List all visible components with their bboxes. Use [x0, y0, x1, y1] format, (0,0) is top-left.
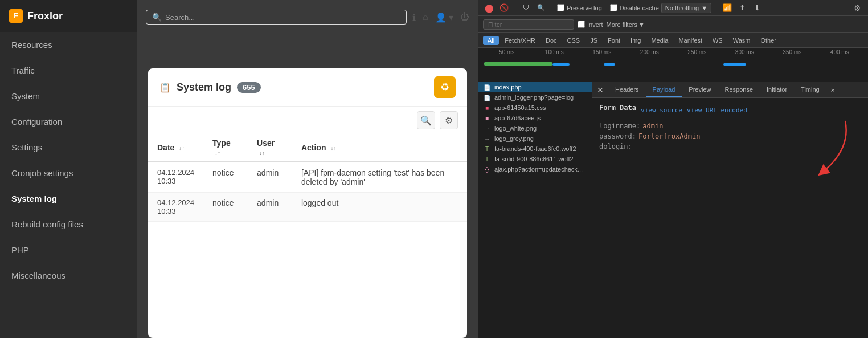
sidebar: F Froxlor Resources Traffic System Confi…	[0, 0, 137, 338]
upload-icon-button[interactable]: ⬆	[736, 2, 748, 14]
preserve-log-checkbox[interactable]: Preserve log	[557, 4, 602, 11]
wifi-icon-button[interactable]: 📶	[721, 2, 734, 14]
throttle-dropdown-icon: ▼	[701, 5, 707, 11]
search-toggle-button[interactable]: 🔍	[417, 111, 435, 129]
tab-js[interactable]: JS	[586, 36, 602, 45]
col-user: User ↓↑	[248, 134, 292, 162]
tab-all[interactable]: All	[483, 36, 499, 45]
devtools-file-list: 📄 index.php 📄 admin_logger.php?page=log …	[478, 82, 592, 338]
tab-font[interactable]: Font	[603, 36, 625, 45]
record-button[interactable]: ⬤	[483, 2, 496, 14]
type-sort[interactable]: ↓↑	[215, 150, 220, 156]
sidebar-item-settings[interactable]: Settings	[0, 135, 137, 160]
tab-doc[interactable]: Doc	[541, 36, 562, 45]
file-item-logo-white[interactable]: → logo_white.png	[478, 123, 592, 133]
tab-preview[interactable]: Preview	[682, 82, 718, 97]
clear-icon: 🚫	[499, 3, 509, 12]
download-icon-button[interactable]: ⬇	[751, 2, 763, 14]
sidebar-item-traffic[interactable]: Traffic	[0, 58, 137, 83]
sidebar-item-resources[interactable]: Resources	[0, 32, 137, 58]
sidebar-item-rebuild[interactable]: Rebuild config files	[0, 211, 137, 237]
sidebar-item-system[interactable]: System	[0, 83, 137, 109]
file-name-logo-white: logo_white.png	[494, 125, 537, 132]
file-item-logo-grey[interactable]: → logo_grey.png	[478, 133, 592, 144]
sidebar-item-configuration[interactable]: Configuration	[0, 109, 137, 135]
tab-wasm[interactable]: Wasm	[728, 36, 755, 45]
col-date: Date ↓↑	[148, 134, 203, 162]
file-name-admin-logger: admin_logger.php?page=log	[494, 94, 574, 101]
cell-type: notice	[203, 193, 248, 222]
filter-icon-button[interactable]: ⛉	[520, 2, 533, 14]
col-action: Action ↓↑	[292, 134, 467, 162]
cell-user: admin	[248, 193, 292, 222]
detail-close-button[interactable]: ✕	[592, 85, 608, 95]
file-item-font-brands[interactable]: T fa-brands-400-faae6fc0.woff2	[478, 144, 592, 154]
sidebar-item-php[interactable]: PHP	[0, 237, 137, 263]
tab-img[interactable]: Img	[626, 36, 645, 45]
search-box[interactable]: 🔍 Search...	[146, 10, 407, 25]
devtools-filter-bar: Invert More filters ▼	[478, 16, 868, 33]
file-item-ajax[interactable]: {} ajax.php?action=updatecheck...	[478, 164, 592, 174]
record-icon: ⬤	[485, 3, 494, 13]
tab-payload[interactable]: Payload	[646, 82, 682, 97]
more-filters-button[interactable]: More filters ▼	[607, 21, 645, 28]
froxlor-content: 📋 System log 655 ♻ 🔍 ⚙ Date ↓↑ Type	[148, 68, 467, 338]
tab-fetch-xhr[interactable]: Fetch/XHR	[500, 36, 540, 45]
tab-response[interactable]: Response	[718, 82, 760, 97]
timeline-label-250: 250 ms	[673, 49, 721, 55]
file-item-css[interactable]: ■ app-61450a15.css	[478, 103, 592, 113]
sidebar-item-misc[interactable]: Miscellaneous	[0, 263, 137, 288]
loginname-value: admin	[642, 122, 663, 130]
file-item-admin-logger[interactable]: 📄 admin_logger.php?page=log	[478, 92, 592, 103]
search-icon: 🔍	[537, 4, 545, 11]
tab-media[interactable]: Media	[646, 36, 673, 45]
disable-cache-checkbox[interactable]: Disable cache	[610, 4, 659, 11]
view-source-link[interactable]: view source	[641, 107, 682, 114]
tab-headers[interactable]: Headers	[608, 82, 646, 97]
file-item-index[interactable]: 📄 index.php	[478, 82, 592, 92]
info-icon[interactable]: ℹ	[412, 12, 416, 23]
table-controls: 🔍 ⚙	[148, 107, 467, 134]
tab-manifest[interactable]: Manifest	[674, 36, 707, 45]
log-count-badge: 655	[237, 82, 261, 93]
timeline-label-200: 200 ms	[626, 49, 674, 55]
user-sort[interactable]: ↓↑	[259, 150, 265, 156]
tab-ws[interactable]: WS	[708, 36, 727, 45]
devtools-detail-panel: ✕ Headers Payload Preview Response Initi…	[592, 82, 868, 338]
action-sort[interactable]: ↓↑	[330, 145, 336, 152]
tab-css[interactable]: CSS	[563, 36, 585, 45]
file-item-font-solid[interactable]: T fa-solid-900-886c8611.woff2	[478, 154, 592, 164]
settings-toggle-button[interactable]: ⚙	[440, 111, 458, 129]
more-filters-chevron: ▼	[638, 21, 645, 28]
clear-button[interactable]: 🚫	[498, 2, 510, 14]
home-icon[interactable]: ⌂	[423, 12, 428, 22]
sidebar-item-cronjob[interactable]: Cronjob settings	[0, 160, 137, 186]
view-url-encoded-link[interactable]: view URL-encoded	[687, 107, 747, 114]
froxlor-topbar: 🔍 Search... ℹ ⌂ 👤 ▾ ⏻	[137, 0, 478, 34]
sidebar-item-systemlog[interactable]: System log	[0, 186, 137, 211]
file-name-css: app-61450a15.css	[494, 104, 546, 111]
user-menu-icon[interactable]: 👤 ▾	[435, 12, 453, 23]
filter-input[interactable]	[483, 19, 574, 30]
date-sort[interactable]: ↓↑	[179, 145, 185, 152]
timeline-labels: 50 ms 100 ms 150 ms 200 ms 250 ms 300 ms…	[478, 49, 868, 55]
upload-icon: ⬆	[739, 3, 746, 12]
timeline-label-350: 350 ms	[768, 49, 816, 55]
invert-checkbox[interactable]: Invert	[578, 21, 603, 28]
refresh-button[interactable]: ♻	[434, 76, 456, 98]
file-name-ajax: ajax.php?action=updatecheck...	[494, 166, 583, 173]
search-icon-button[interactable]: 🔍	[535, 2, 547, 14]
preserve-log-input[interactable]	[557, 4, 564, 11]
devtools-settings-button[interactable]: ⚙	[851, 2, 863, 14]
disable-cache-input[interactable]	[610, 4, 617, 11]
tabs-overflow-button[interactable]: »	[826, 86, 840, 94]
tab-timing[interactable]: Timing	[794, 82, 826, 97]
throttle-selector[interactable]: No throttling ▼	[661, 3, 711, 13]
file-item-js[interactable]: ■ app-67d6acee.js	[478, 113, 592, 123]
tab-other[interactable]: Other	[756, 36, 781, 45]
invert-input[interactable]	[578, 21, 585, 28]
timeline-label-300: 300 ms	[721, 49, 769, 55]
power-icon[interactable]: ⏻	[460, 12, 469, 22]
css-file-icon: ■	[483, 105, 491, 111]
tab-initiator[interactable]: Initiator	[760, 82, 794, 97]
